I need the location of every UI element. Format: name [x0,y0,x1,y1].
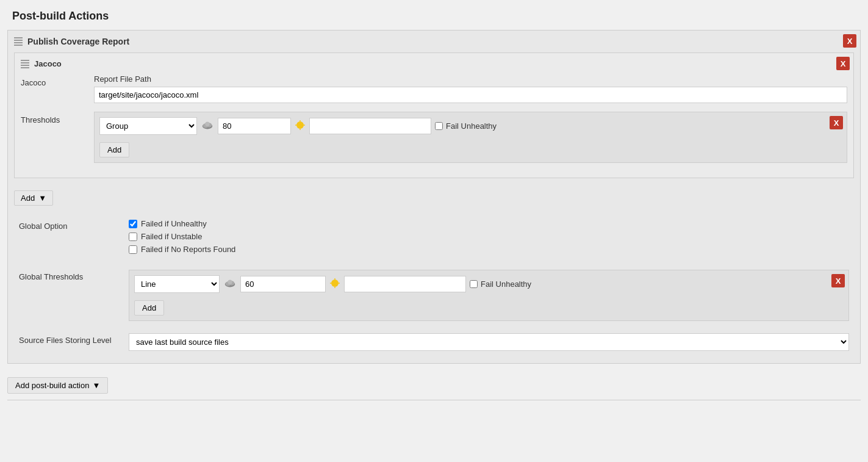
add-section: Add ▼ [14,184,854,209]
global-threshold-close-button[interactable]: X [831,274,845,287]
report-file-path-row: Jacoco Report File Path [21,74,847,103]
report-file-path-content: Report File Path [94,74,847,103]
threshold-unhealthy-input[interactable] [309,118,431,134]
failed-no-reports-label: Failed if No Reports Found [141,245,235,254]
add-dropdown-arrow-icon: ▼ [38,193,46,203]
outer-panel-close-button[interactable]: X [843,34,856,48]
jacoco-panel-header: Jacoco [21,59,847,68]
svg-point-12 [228,280,232,284]
thresholds-box: X Group Package File Class Method [94,112,847,163]
jacoco-drag-handle [21,60,29,68]
failed-unstable-row: Failed if Unstable [129,232,849,241]
failed-unhealthy-label: Failed if Unhealthy [141,219,207,228]
global-sun-icon [329,278,340,291]
thresholds-label: Thresholds [21,112,94,125]
failed-no-reports-row: Failed if No Reports Found [129,245,849,254]
global-threshold-select[interactable]: Line Branch Complexity Method Class Inst… [134,275,220,293]
svg-point-13 [331,280,339,287]
outer-panel-header: Publish Coverage Report [14,37,854,46]
source-files-label: Source Files Storing Level [19,333,129,345]
jacoco-title: Jacoco [34,59,62,68]
add-post-build-label: Add post-build action [15,381,89,390]
add-threshold-button[interactable]: Add [99,142,129,157]
global-thresholds-section: Global Thresholds X Line Branch Complexi… [14,264,854,327]
global-fail-unhealthy-text: Fail Unhealthy [481,280,531,289]
add-post-build-button[interactable]: Add post-build action ▼ [7,377,108,394]
source-files-select[interactable]: save last build source files never store… [129,333,849,351]
global-option-label: Global Option [19,219,129,231]
failed-unhealthy-row: Failed if Unhealthy [129,219,849,228]
global-threshold-unhealthy-input[interactable] [344,276,466,292]
source-files-section: Source Files Storing Level save last bui… [14,327,854,357]
svg-point-3 [205,122,209,126]
global-threshold-row-1: Line Branch Complexity Method Class Inst… [134,275,844,293]
report-file-path-label: Report File Path [94,74,847,84]
threshold-close-button[interactable]: X [830,116,843,129]
global-option-section: Global Option Failed if Unhealthy Failed… [14,213,854,264]
bottom-divider [7,400,861,400]
cloud-icon [201,120,214,132]
jacoco-label: Jacoco [21,74,94,87]
threshold-healthy-input[interactable] [218,118,291,134]
global-add-threshold-button[interactable]: Add [134,300,164,316]
fail-unhealthy-text-jacoco: Fail Unhealthy [446,121,497,131]
threshold-row-1: Group Package File Class Method [99,117,842,135]
failed-unhealthy-checkbox[interactable] [129,220,137,228]
jacoco-panel: X Jacoco Jacoco Report File Path Thresho… [14,52,854,178]
failed-unstable-label: Failed if Unstable [141,232,202,241]
add-post-build-arrow-icon: ▼ [92,381,100,390]
threshold-group-select[interactable]: Group Package File Class Method [99,117,197,135]
source-files-content: save last build source files never store… [129,333,849,351]
global-thresholds-box: X Line Branch Complexity Method Class In… [129,270,849,321]
global-threshold-healthy-input[interactable] [240,276,326,292]
thresholds-content: X Group Package File Class Method [94,112,847,163]
add-dropdown-button[interactable]: Add ▼ [14,190,53,206]
global-fail-unhealthy-label: Fail Unhealthy [470,280,531,289]
sun-icon [295,120,306,132]
fail-unhealthy-label-jacoco: Fail Unhealthy [435,121,497,131]
add-dropdown-label: Add [21,193,35,203]
page-title: Post-build Actions [0,0,868,30]
fail-unhealthy-checkbox-jacoco[interactable] [435,122,443,130]
svg-point-4 [296,121,304,129]
failed-no-reports-checkbox[interactable] [129,245,137,254]
global-cloud-icon [223,278,237,290]
global-fail-unhealthy-checkbox[interactable] [470,280,478,288]
report-file-path-input[interactable] [94,87,847,103]
jacoco-close-button[interactable]: X [836,57,850,70]
outer-panel-title: Publish Coverage Report [27,37,129,46]
publish-coverage-report-panel: X Publish Coverage Report X Jacoco Jacoc… [7,30,861,364]
global-thresholds-content: X Line Branch Complexity Method Class In… [129,270,849,321]
failed-unstable-checkbox[interactable] [129,233,137,241]
outer-drag-handle [14,37,23,46]
thresholds-row: Thresholds X Group Package File Class Me… [21,112,847,163]
global-thresholds-label: Global Thresholds [19,270,129,281]
global-option-content: Failed if Unhealthy Failed if Unstable F… [129,219,849,258]
